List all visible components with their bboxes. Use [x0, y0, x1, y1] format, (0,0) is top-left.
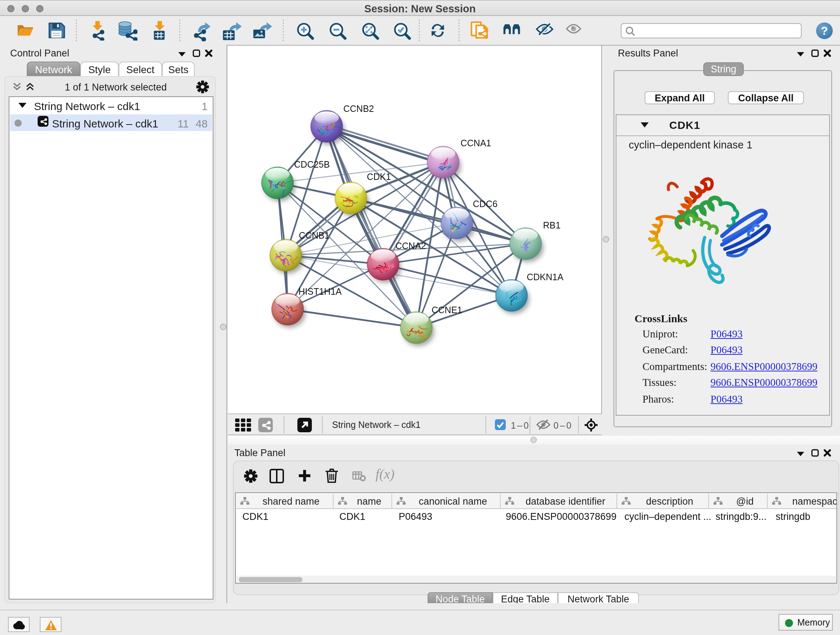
- svg-text:CDK1: CDK1: [367, 172, 391, 182]
- svg-text:CDC25B: CDC25B: [294, 159, 330, 169]
- svg-text:RB1: RB1: [543, 220, 561, 230]
- svg-text:CCNA1: CCNA1: [461, 138, 491, 148]
- svg-text:CDC6: CDC6: [473, 199, 497, 209]
- svg-text:CDKN1A: CDKN1A: [527, 272, 564, 282]
- svg-text:CCNB2: CCNB2: [343, 103, 374, 114]
- svg-text:HIST1H1A: HIST1H1A: [298, 287, 342, 296]
- svg-text:CCNE1: CCNE1: [431, 305, 462, 315]
- svg-text:CCNA2: CCNA2: [395, 241, 426, 251]
- svg-text:CCNB1: CCNB1: [299, 230, 330, 241]
